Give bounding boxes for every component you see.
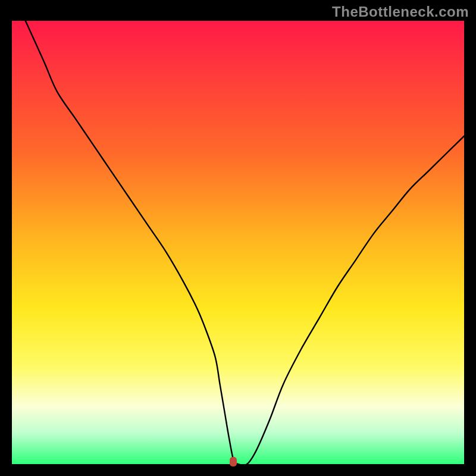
chart-frame: TheBottleneck.com (0, 0, 476, 476)
watermark-text: TheBottleneck.com (332, 4, 469, 20)
optimal-point-marker (230, 457, 237, 466)
plot-area (12, 21, 464, 464)
bottleneck-curve (12, 21, 464, 464)
